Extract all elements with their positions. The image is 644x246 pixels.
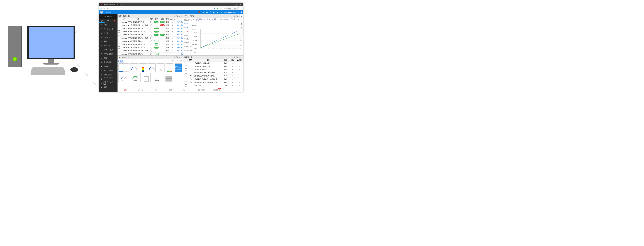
sidebar-item[interactable]: 〜デマンド監視›	[99, 48, 118, 52]
demand-button[interactable]: デマンド制御対象	[217, 18, 230, 20]
operate-link[interactable]: 操作	[177, 31, 180, 32]
split-h-icon[interactable]: ÷	[228, 89, 229, 91]
browser-tab[interactable]: F1CloudWebServer ×	[99, 3, 120, 6]
row-checkbox[interactable]	[118, 24, 120, 26]
row-checkbox[interactable]	[118, 43, 120, 45]
save-button[interactable]: 保存	[172, 60, 174, 62]
bottom-tab[interactable]: ヒストリ	[133, 89, 148, 91]
tag-link[interactable]: 札	[181, 21, 182, 23]
bottom-tab[interactable]: 発生中警報	[194, 89, 209, 91]
row-checkbox[interactable]	[118, 21, 120, 23]
close-button[interactable]: ✕	[238, 3, 243, 7]
bottom-tab[interactable]: 履歴	[118, 89, 133, 91]
edge-grid-icon[interactable]: ⊞	[241, 23, 242, 25]
demand-select[interactable]: 電力デマンド	[184, 19, 196, 21]
table-row[interactable]: 第1電気室 予備線(電力量)kWh0-	[184, 65, 243, 68]
table-row[interactable]: F4第1電気室 ﾀｰﾎﾞ冷凍機用MM(電力量)kWh0-	[184, 81, 243, 84]
split-v-icon[interactable]: ⊥	[238, 89, 239, 91]
row-checkbox[interactable]	[118, 50, 120, 52]
table-row[interactable]: AHU-021F B室 空調機 給気ファン 風量 復旧0 操作 札	[118, 37, 183, 40]
table-row[interactable]: AHU-011F A室 空調機 給気ファン 停止運転 復旧1 操作 札	[118, 21, 183, 24]
gear-icon[interactable]: ⚙	[206, 11, 208, 14]
table-row[interactable]: AHU-011F A室 空調機 還気ファン 停止 復旧0 操作 札	[118, 27, 183, 30]
tool-expand-icon[interactable]: ⤢	[179, 15, 180, 17]
dashboard-widget[interactable]: ⟋⟍88.0 A	[152, 73, 162, 82]
dashboard-widget[interactable]: 🌡0.0 ℃	[157, 63, 164, 72]
sidebar-item[interactable]: ↯トレンド›	[99, 35, 118, 39]
sidebar-item[interactable]: ⤴力率改善制御›	[99, 52, 118, 56]
operate-link[interactable]: 操作	[177, 47, 180, 48]
sidebar-item[interactable]: ▧グラフィック編集›	[99, 81, 118, 85]
tag-link[interactable]: 札	[181, 40, 182, 42]
totals-table[interactable]: 記号名称単位本時値前時値第1電気室 本線(電力量)kWh0-第1電気室 予備線(…	[184, 59, 243, 88]
row-checkbox[interactable]	[185, 68, 187, 70]
table-row[interactable]: AHU-101F B室 空調機 還気ファン 停止 復旧0 操作 札	[118, 40, 183, 43]
tag-link[interactable]: 札	[181, 50, 182, 52]
table-row[interactable]: AHU-031F C室 空調機 給気ファン 風量 復旧0 操作 札	[118, 49, 183, 53]
new-tab-button[interactable]: ＋	[120, 4, 124, 6]
collections-icon[interactable]: ⊕	[223, 7, 225, 9]
dashboard-widget[interactable]	[139, 63, 146, 72]
sidebar-item[interactable]: ⊞電力系統図›	[99, 60, 118, 64]
operate-link[interactable]: 操作	[177, 34, 180, 36]
sidebar-item[interactable]: ▦ダッシュボード›	[99, 77, 118, 81]
sync-pill[interactable]: 同期していません	[226, 7, 239, 10]
check-icon[interactable]: ✔	[217, 7, 219, 9]
tool-close-icon[interactable]: ×	[181, 15, 182, 17]
operate-link[interactable]: 操作	[177, 21, 180, 23]
table-row[interactable]: AHU-031F C室 空調機 給気ファン 停止 復旧0 操作 札	[118, 46, 183, 49]
dashboard-widget[interactable]	[166, 63, 173, 72]
bottom-tab[interactable]: サマリ	[148, 89, 163, 91]
tag-link[interactable]: 札	[181, 24, 182, 26]
operate-link[interactable]: 操作	[177, 40, 180, 42]
operate-link[interactable]: 操作	[177, 44, 180, 45]
table-row[interactable]: 冷温水流量m30-	[184, 84, 243, 87]
table-row[interactable]: 冷水流量m30-	[184, 87, 243, 88]
grid-icon[interactable]: ▦	[202, 11, 204, 14]
sidebar-item[interactable]: ⚙制御・設定›	[99, 73, 118, 77]
table-row[interactable]: 第1電気室 電力量kWh0-	[184, 68, 243, 71]
help-icon[interactable]: ?	[210, 11, 211, 14]
row-checkbox[interactable]	[185, 81, 187, 83]
tag-link[interactable]: 札	[181, 44, 182, 45]
sidebar-item[interactable]: ⇆積算切替›	[99, 44, 118, 48]
window-icon[interactable]: ▣	[216, 11, 218, 14]
sidebar-item[interactable]: ▤帳票›	[99, 56, 118, 60]
table-row[interactable]: 第1電気室 本線(電力量)kWh0-	[184, 62, 243, 65]
register-button[interactable]: 登録	[118, 60, 124, 62]
refresh-icon[interactable]: ⟳	[106, 7, 108, 9]
sidebar-item[interactable]: ≣履歴›	[99, 85, 118, 89]
row-checkbox[interactable]	[118, 37, 120, 39]
forward-icon[interactable]: →	[103, 7, 105, 9]
table-row[interactable]: AHU-021F B室 空調機 給気ファン 停止運転 復旧1 操作 札	[118, 33, 183, 37]
bottom-tab[interactable]: ジャーナル	[178, 89, 194, 91]
menu-icon[interactable]: ⋯	[240, 7, 242, 9]
tool-search-icon[interactable]: 🔍	[176, 15, 178, 17]
sidebar-item[interactable]: ⧉比較›	[99, 39, 118, 44]
revert-button[interactable]: 元に戻す	[176, 60, 182, 62]
tag-link[interactable]: 札	[181, 34, 182, 36]
tag-link[interactable]: 札	[181, 31, 182, 32]
bell-mute-icon[interactable]: 🔕	[198, 11, 200, 14]
row-checkbox[interactable]	[185, 84, 187, 86]
table-row[interactable]: AHU-021F B室 空調機 還気ファン 停止 復旧0 操作 札	[118, 43, 183, 46]
operate-link[interactable]: 操作	[177, 50, 180, 52]
table-row[interactable]: AHU-011F A室 空調機 給気ファン 風量 弱風 復旧0 操作 札	[118, 24, 183, 27]
back-icon[interactable]: ←	[100, 7, 102, 9]
side-tab-search[interactable]: 🔍	[105, 19, 111, 23]
sidebar-item[interactable]: ▣平面図›	[99, 64, 118, 69]
sidebar-item[interactable]: ◷スケジュール›	[99, 27, 118, 31]
dashboard-widget[interactable]: 22 V	[148, 63, 156, 72]
side-tab-link[interactable]: 🔗	[99, 19, 105, 23]
star-icon[interactable]: ★	[214, 7, 216, 9]
edge-warn-icon[interactable]: △	[241, 30, 242, 32]
demand-button[interactable]: 警報レベル設定	[206, 18, 217, 20]
row-checkbox[interactable]	[185, 65, 187, 67]
favorites-icon[interactable]: ≡	[220, 7, 222, 9]
operate-link[interactable]: 操作	[177, 37, 180, 39]
dashboard-widget[interactable]: 66 kW	[130, 73, 140, 82]
dashboard-widget[interactable]	[142, 73, 150, 82]
table-row[interactable]: AHU-101F B室 空調機 給気ファン 停止 復旧0 操作 札	[118, 30, 183, 33]
row-checkbox[interactable]	[185, 75, 187, 77]
edge-box-icon[interactable]: ▣	[241, 16, 242, 18]
